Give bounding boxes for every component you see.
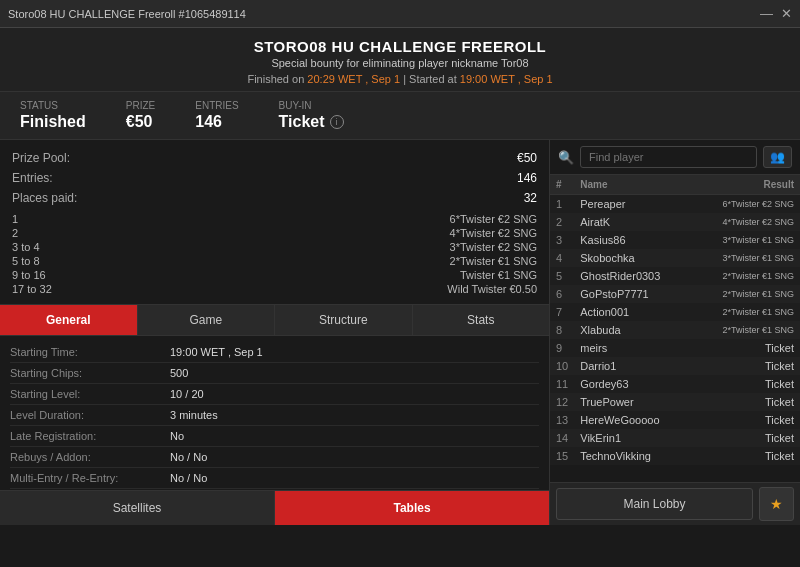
status-value: Finished: [20, 113, 86, 131]
table-row[interactable]: 3 Kasius86 3*Twister €1 SNG: [550, 231, 800, 249]
buyin-info: Buy-in Ticket i: [279, 100, 344, 131]
search-icon: 🔍: [558, 150, 574, 165]
main-header: STORO08 HU CHALLENGE FREEROLL Special bo…: [0, 28, 800, 92]
minimize-button[interactable]: —: [760, 6, 773, 21]
player-result: 6*Twister €2 SNG: [693, 195, 800, 214]
detail-label: Late Registration:: [10, 430, 170, 442]
table-row[interactable]: 8 Xlabuda 2*Twister €1 SNG: [550, 321, 800, 339]
table-row[interactable]: 15 TechnoVikking Ticket: [550, 447, 800, 465]
title-bar-text: Storo08 HU CHALLENGE Freeroll #106548911…: [8, 8, 246, 20]
detail-label: Rebuys / Addon:: [10, 451, 170, 463]
prize-list-item: 17 to 32Wild Twister €0.50: [12, 282, 537, 296]
tab-structure[interactable]: Structure: [275, 305, 413, 335]
player-result: 2*Twister €1 SNG: [693, 267, 800, 285]
player-result: 2*Twister €1 SNG: [693, 285, 800, 303]
search-input[interactable]: [580, 146, 757, 168]
player-result: Ticket: [693, 393, 800, 411]
buyin-row: Ticket i: [279, 113, 344, 131]
detail-row: Starting Chips:500: [10, 363, 539, 384]
tab-stats[interactable]: Stats: [413, 305, 550, 335]
prize-place: 3 to 4: [12, 241, 40, 253]
player-rank: 11: [550, 375, 574, 393]
satellites-button[interactable]: Satellites: [0, 491, 275, 525]
search-bar: 🔍 👥: [550, 140, 800, 175]
bottom-buttons: SatellitesTables: [0, 490, 549, 525]
player-rank: 4: [550, 249, 574, 267]
add-player-icon: 👥: [770, 150, 785, 164]
player-rank: 12: [550, 393, 574, 411]
title-bar: Storo08 HU CHALLENGE Freeroll #106548911…: [0, 0, 800, 28]
col-hash: #: [550, 175, 574, 195]
detail-value: No / No: [170, 451, 207, 463]
player-rank: 10: [550, 357, 574, 375]
entries-info: Entries 146: [195, 100, 238, 131]
table-row[interactable]: 9 meirs Ticket: [550, 339, 800, 357]
prize-value: €50: [126, 113, 155, 131]
prize-place: 9 to 16: [12, 269, 46, 281]
player-result: 2*Twister €1 SNG: [693, 321, 800, 339]
detail-value: 500: [170, 367, 188, 379]
close-button[interactable]: ✕: [781, 6, 792, 21]
detail-value: No: [170, 430, 184, 442]
table-row[interactable]: 1 Pereaper 6*Twister €2 SNG: [550, 195, 800, 214]
table-header-row: # Name Result: [550, 175, 800, 195]
buyin-value: Ticket: [279, 113, 325, 131]
tab-game[interactable]: Game: [138, 305, 276, 335]
table-row[interactable]: 14 VikErin1 Ticket: [550, 429, 800, 447]
tables-button[interactable]: Tables: [275, 491, 549, 525]
player-result: Ticket: [693, 339, 800, 357]
table-row[interactable]: 10 Darrio1 Ticket: [550, 357, 800, 375]
prize-list-item: 3 to 43*Twister €2 SNG: [12, 240, 537, 254]
started-time: 19:00 WET , Sep 1: [460, 73, 553, 85]
buyin-label: Buy-in: [279, 100, 344, 111]
prize-pool-label: Prize Pool:: [12, 151, 70, 165]
detail-row: Late Registration:No: [10, 426, 539, 447]
table-row[interactable]: 7 Action001 2*Twister €1 SNG: [550, 303, 800, 321]
player-name: Xlabuda: [574, 321, 692, 339]
favorite-button[interactable]: ★: [759, 487, 794, 521]
prize-award: 4*Twister €2 SNG: [450, 227, 537, 239]
prize-list: 16*Twister €2 SNG24*Twister €2 SNG3 to 4…: [12, 212, 537, 296]
table-row[interactable]: 12 TruePower Ticket: [550, 393, 800, 411]
table-row[interactable]: 4 Skobochka 3*Twister €1 SNG: [550, 249, 800, 267]
tournament-title: STORO08 HU CHALLENGE FREEROLL: [0, 38, 800, 55]
player-rank: 7: [550, 303, 574, 321]
prize-list-item: 16*Twister €2 SNG: [12, 212, 537, 226]
table-row[interactable]: 11 Gordey63 Ticket: [550, 375, 800, 393]
status-label: Status: [20, 100, 86, 111]
player-result: 3*Twister €1 SNG: [693, 231, 800, 249]
detail-value: 19:00 WET , Sep 1: [170, 346, 263, 358]
prize-award: Wild Twister €0.50: [447, 283, 537, 295]
table-row[interactable]: 2 AiratK 4*Twister €2 SNG: [550, 213, 800, 231]
prize-label: Prize: [126, 100, 155, 111]
player-name: HereWeGooooo: [574, 411, 692, 429]
detail-row: Level Duration:3 minutes: [10, 405, 539, 426]
prize-award: 6*Twister €2 SNG: [450, 213, 537, 225]
player-rank: 8: [550, 321, 574, 339]
prize-place: 2: [12, 227, 18, 239]
detail-row: Rebuys / Addon:No / No: [10, 447, 539, 468]
detail-row: Multi-Entry / Re-Entry:No / No: [10, 468, 539, 489]
prize-place: 5 to 8: [12, 255, 40, 267]
info-icon[interactable]: i: [330, 115, 344, 129]
entries-row-label: Entries:: [12, 171, 53, 185]
table-row[interactable]: 5 GhostRider0303 2*Twister €1 SNG: [550, 267, 800, 285]
table-row[interactable]: 6 GoPstoP7771 2*Twister €1 SNG: [550, 285, 800, 303]
player-result: Ticket: [693, 429, 800, 447]
main-lobby-button[interactable]: Main Lobby: [556, 488, 753, 520]
player-rank: 5: [550, 267, 574, 285]
player-result: Ticket: [693, 411, 800, 429]
right-footer: Main Lobby ★: [550, 482, 800, 525]
tab-content: Starting Time:19:00 WET , Sep 1Starting …: [0, 336, 549, 490]
table-row[interactable]: 13 HereWeGooooo Ticket: [550, 411, 800, 429]
add-player-button[interactable]: 👥: [763, 146, 792, 168]
status-info: Status Finished: [20, 100, 86, 131]
prize-pool-row: Prize Pool: €50: [12, 148, 537, 168]
prize-place: 17 to 32: [12, 283, 52, 295]
tab-general[interactable]: General: [0, 305, 138, 335]
player-rank: 14: [550, 429, 574, 447]
player-rank: 2: [550, 213, 574, 231]
col-name: Name: [574, 175, 692, 195]
prize-award: 2*Twister €1 SNG: [450, 255, 537, 267]
left-panel: Prize Pool: €50 Entries: 146 Places paid…: [0, 140, 550, 525]
